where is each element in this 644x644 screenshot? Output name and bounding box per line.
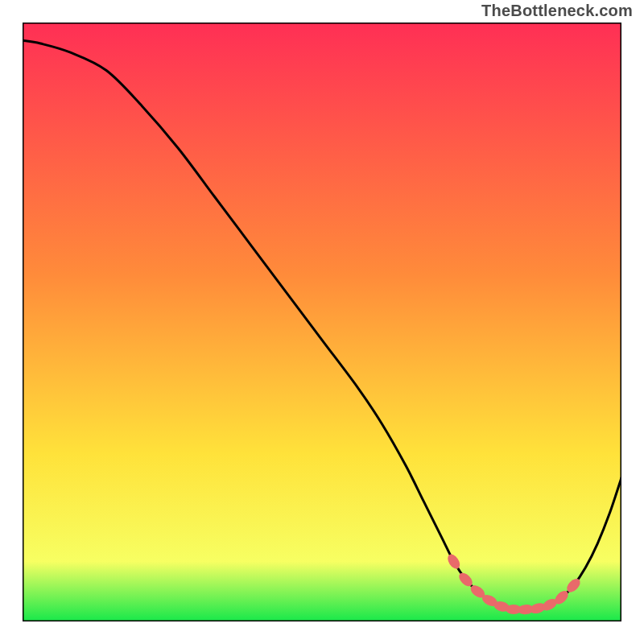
gradient-background	[23, 23, 621, 621]
bottleneck-chart	[23, 23, 621, 621]
watermark-text: TheBottleneck.com	[481, 2, 633, 20]
chart-container: { "watermark": "TheBottleneck.com", "col…	[0, 0, 644, 644]
